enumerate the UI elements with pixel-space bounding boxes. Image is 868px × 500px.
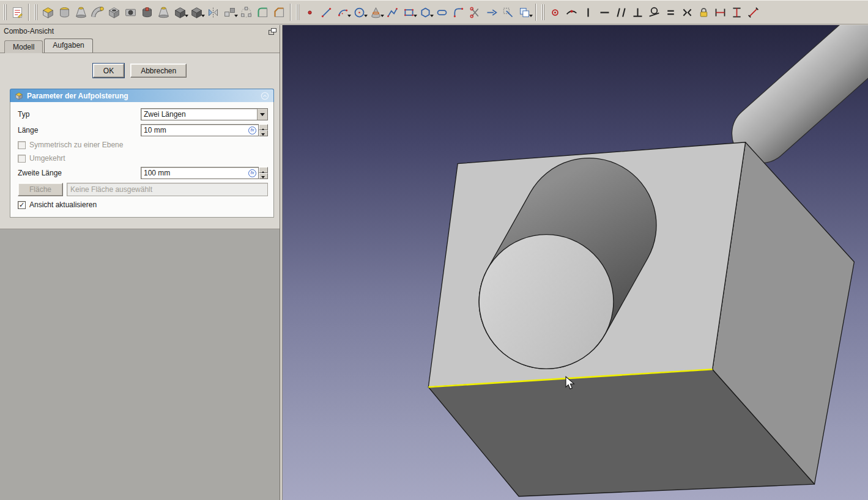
sketch-point-button[interactable] <box>302 4 318 21</box>
reversed-row: Umgekehrt <box>10 152 273 165</box>
toolbar-handle[interactable] <box>541 4 544 20</box>
length-label: Länge <box>18 126 141 134</box>
dock-float-icon[interactable] <box>269 28 276 35</box>
second-length-spin-up-button[interactable] <box>259 167 268 173</box>
pad-cylinder-front-face[interactable] <box>479 235 614 369</box>
rectangle-icon <box>402 6 415 19</box>
external-geometry-button[interactable] <box>500 4 516 21</box>
additive-pipe-button[interactable] <box>89 4 106 21</box>
toolbar-separator <box>28 4 29 21</box>
toolbar-handle[interactable] <box>4 4 7 20</box>
toolbar-handle[interactable] <box>296 4 299 20</box>
revolve-button[interactable] <box>56 4 73 21</box>
type-row: Typ Zwei Längen <box>10 106 273 122</box>
sketch-slot-button[interactable] <box>434 4 450 21</box>
constrain-coincident-button[interactable] <box>547 4 563 21</box>
horizontal-distance-icon <box>714 6 727 19</box>
hole-button[interactable] <box>122 4 139 21</box>
length-value: 10 mm <box>141 126 248 134</box>
constrain-perpendicular-button[interactable] <box>629 4 646 21</box>
vertical-distance-icon <box>730 6 743 19</box>
constrain-distance-button[interactable] <box>745 4 762 21</box>
sketch-polyline-button[interactable] <box>384 4 401 21</box>
pad-parameters-header[interactable]: Parameter der Aufpolsterung <box>10 89 274 102</box>
constrain-block-button[interactable] <box>696 4 712 21</box>
constrain-symmetric-button[interactable] <box>679 4 696 21</box>
vertical-constraint-icon <box>582 6 595 19</box>
sketch-extend-button[interactable] <box>483 4 500 21</box>
polar-pattern-icon <box>240 6 253 19</box>
combobox-dropdown-arrow-icon[interactable] <box>257 109 267 120</box>
combo-view-tabbar: Modell Aufgaben <box>0 37 280 53</box>
coincident-icon <box>549 6 562 19</box>
pad-parameters-body: Typ Zwei Längen Länge 10 mm <box>10 102 274 218</box>
constrain-equal-button[interactable] <box>662 4 679 21</box>
cancel-button[interactable]: Abbrechen <box>130 64 187 78</box>
second-length-spin-down-button[interactable] <box>259 173 268 179</box>
sketch-line-button[interactable] <box>318 4 335 21</box>
symmetric-icon <box>681 6 694 19</box>
mirrored-button[interactable] <box>205 4 221 21</box>
expression-fx-icon[interactable]: fx <box>248 127 256 134</box>
length-spin-down-button[interactable] <box>259 130 268 136</box>
sketch-trim-button[interactable] <box>467 4 483 21</box>
sketch-arc-button[interactable] <box>335 4 351 21</box>
constrain-parallel-button[interactable] <box>613 4 629 21</box>
tab-aufgaben[interactable]: Aufgaben <box>44 39 92 53</box>
carbon-copy-button[interactable] <box>516 4 533 21</box>
constrain-point-on-object-button[interactable] <box>563 4 580 21</box>
subtractive-primitive-icon <box>190 6 203 19</box>
constrain-vertical-distance-button[interactable] <box>729 4 745 21</box>
point-on-object-icon <box>565 6 578 19</box>
type-combobox[interactable]: Zwei Längen <box>141 108 268 120</box>
symmetric-checkbox <box>18 141 26 149</box>
symmetric-row: Symmetrisch zu einer Ebene <box>10 138 273 152</box>
groove-button[interactable] <box>139 4 155 21</box>
3d-viewport[interactable] <box>283 25 868 500</box>
subtractive-loft-button[interactable] <box>155 4 172 21</box>
second-length-input[interactable]: 100 mm fx <box>141 167 259 179</box>
collapse-section-icon[interactable] <box>261 92 269 100</box>
linear-pattern-icon <box>223 6 236 19</box>
constrain-horizontal-distance-button[interactable] <box>712 4 729 21</box>
cylinder-arm-face[interactable] <box>732 25 868 163</box>
sketch-conic-button[interactable] <box>368 4 384 21</box>
additive-loft-button[interactable] <box>73 4 89 21</box>
length-spinbox: 10 mm fx <box>141 124 268 136</box>
constrain-vertical-button[interactable] <box>580 4 596 21</box>
polar-pattern-button[interactable] <box>238 4 254 21</box>
additive-primitive-button[interactable] <box>172 4 188 21</box>
combo-view-panel: Combo-Ansicht Modell Aufgaben OK Abbrech… <box>0 25 280 500</box>
additive-pipe-icon <box>91 6 104 19</box>
update-view-checkbox[interactable]: ✓ <box>18 201 26 209</box>
3d-scene[interactable] <box>283 25 868 500</box>
chamfer-button[interactable] <box>271 4 287 21</box>
main-toolbar <box>0 0 868 24</box>
groove-icon <box>141 6 154 19</box>
ok-button[interactable]: OK <box>93 64 124 78</box>
mirrored-icon <box>207 6 220 19</box>
second-length-value: 100 mm <box>141 169 248 177</box>
constrain-horizontal-button[interactable] <box>596 4 613 21</box>
pad-button[interactable] <box>40 4 56 21</box>
sketch-rectangle-button[interactable] <box>401 4 417 21</box>
sketch-circle-button[interactable] <box>351 4 368 21</box>
constrain-tangent-button[interactable] <box>646 4 662 21</box>
length-input[interactable]: 10 mm fx <box>141 124 259 136</box>
update-view-row: ✓ Ansicht aktualisieren <box>10 198 273 211</box>
length-spin-up-button[interactable] <box>259 124 268 130</box>
horizontal-constraint-icon <box>598 6 611 19</box>
sketch-fillet-button[interactable] <box>450 4 467 21</box>
toolbar-handle[interactable] <box>34 4 37 20</box>
circle-icon <box>353 6 366 19</box>
fillet-button[interactable] <box>254 4 271 21</box>
expression-fx-icon[interactable]: fx <box>248 169 256 177</box>
chamfer-icon <box>273 6 286 19</box>
face-selection-field: Keine Fläche ausgewählt <box>67 183 268 196</box>
subtractive-primitive-button[interactable] <box>188 4 205 21</box>
pocket-button[interactable] <box>106 4 122 21</box>
sketch-polygon-button[interactable] <box>417 4 434 21</box>
tab-modell[interactable]: Modell <box>4 40 43 53</box>
linear-pattern-button[interactable] <box>221 4 238 21</box>
create-sketch-button[interactable] <box>9 4 26 21</box>
